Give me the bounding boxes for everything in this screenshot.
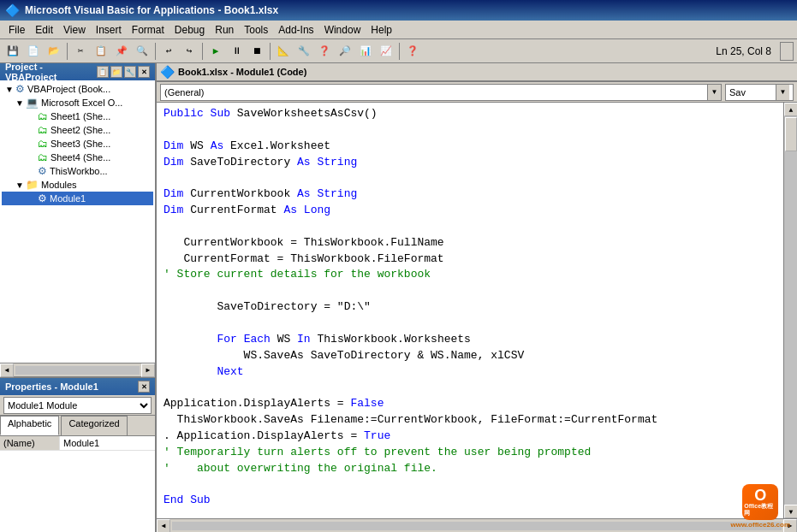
label-excel-objects: Microsoft Excel O... (41, 98, 122, 108)
code-scroll-left[interactable]: ◀ (157, 519, 170, 533)
label-sheet2: Sheet2 (She... (51, 125, 110, 135)
code-h-scrollbar[interactable]: ◀ ▶ (157, 518, 797, 532)
tree-scroll-track[interactable] (15, 366, 140, 375)
procedure-label: Sav (729, 87, 746, 98)
label-sheet1: Sheet1 (She... (51, 111, 110, 121)
menu-addins[interactable]: Add-Ins (273, 22, 318, 38)
toolbar-btn10[interactable]: 📈 (377, 42, 396, 61)
menu-view[interactable]: View (58, 22, 91, 38)
props-panel-buttons: ✕ (138, 381, 150, 393)
general-input[interactable] (161, 87, 707, 98)
code-editor[interactable]: Public Sub SaveWorksheetsAsCsv() Dim WS … (157, 103, 797, 518)
procedure-dropdown-arrow[interactable]: ▼ (776, 85, 789, 100)
icon-sheet4: 🗂 (38, 151, 48, 163)
sep2 (155, 43, 156, 60)
tree-item-sheet1[interactable]: 🗂 Sheet1 (She... (2, 109, 153, 123)
project-view-toggle[interactable]: 📋 (97, 66, 109, 78)
scroll-up-btn[interactable]: ▲ (784, 103, 797, 116)
toolbar-break[interactable]: ⏸ (227, 42, 246, 61)
toolbar-undo[interactable]: ↩ (159, 42, 178, 61)
toolbar-paste[interactable]: 📌 (112, 42, 131, 61)
sep5 (399, 43, 400, 60)
props-tab-categorized[interactable]: Categorized (61, 416, 127, 435)
props-table: (Name) Module1 (0, 436, 155, 532)
props-tab-alphabetic[interactable]: Alphabetic (0, 416, 59, 435)
office-logo: O Office教程网 www.office26.com (731, 484, 791, 529)
toolbar-save[interactable]: 💾 (3, 42, 22, 61)
scroll-thumb[interactable] (785, 117, 797, 151)
tree-item-sheet4[interactable]: 🗂 Sheet4 (She... (2, 151, 153, 164)
tree-item-vbaproject[interactable]: ▼ ⚙ VBAProject (Book... (2, 82, 153, 96)
toolbar-cut[interactable]: ✂ (71, 42, 90, 61)
cursor-position: Ln 25, Col 8 (716, 45, 778, 57)
menu-run[interactable]: Run (210, 22, 239, 38)
props-close-btn[interactable]: ✕ (138, 381, 150, 393)
tree-item-sheet2[interactable]: 🗂 Sheet2 (She... (2, 123, 153, 137)
menu-tools[interactable]: Tools (239, 22, 273, 38)
project-props-btn[interactable]: 🔧 (124, 66, 136, 78)
icon-sheet1: 🗂 (38, 110, 48, 122)
toolbar-help[interactable]: ❓ (315, 42, 334, 61)
tree-item-excel-objects[interactable]: ▼ 💻 Microsoft Excel O... (2, 96, 153, 109)
tree-scroll-left[interactable]: ◀ (0, 364, 14, 377)
sep1 (67, 43, 68, 60)
props-name-label: (Name) (0, 436, 60, 450)
tree-h-scrollbar[interactable]: ◀ ▶ (0, 363, 155, 376)
icon-module1: ⚙ (38, 192, 47, 204)
label-sheet4: Sheet4 (She... (51, 152, 110, 163)
menu-insert[interactable]: Insert (91, 22, 127, 38)
menu-help[interactable]: Help (366, 22, 397, 38)
app-icon: 🔷 (5, 3, 20, 17)
tree-item-module1[interactable]: ⚙ Module1 (2, 192, 153, 205)
sep3 (202, 43, 203, 60)
menu-debug[interactable]: Debug (170, 22, 210, 38)
toolbar-help2[interactable]: 🔎 (336, 42, 354, 61)
right-panel: 🔷 Book1.xlsx - Module1 (Code) ▼ Sav ▼ Pu… (157, 63, 797, 532)
scroll-track[interactable] (784, 116, 797, 505)
props-row-name: (Name) Module1 (0, 436, 155, 451)
toolbar-btn2[interactable]: 📄 (24, 42, 43, 61)
toolbar-props[interactable]: 🔧 (294, 42, 313, 61)
code-h-scroll-track[interactable] (172, 522, 782, 530)
icon-sheet2: 🗂 (38, 124, 48, 136)
code-vertical-scrollbar[interactable]: ▲ ▼ (783, 103, 797, 518)
menu-format[interactable]: Format (127, 22, 170, 38)
props-object-select[interactable]: Module1 Module (3, 397, 152, 414)
project-folder-toggle[interactable]: 📁 (110, 66, 122, 78)
toolbar-run[interactable]: ▶ (206, 42, 225, 61)
props-tabs: Alphabetic Categorized (0, 416, 155, 436)
props-value-field[interactable]: Module1 (60, 436, 155, 450)
icon-excel-objects: 💻 (26, 97, 39, 109)
toolbar-copy[interactable]: 📋 (92, 42, 110, 61)
project-tree: ▼ ⚙ VBAProject (Book... ▼ 💻 Microsoft Ex… (0, 80, 155, 363)
tree-item-sheet3[interactable]: 🗂 Sheet3 (She... (2, 137, 153, 151)
toolbar-design[interactable]: 📐 (274, 42, 293, 61)
project-panel-buttons: 📋 📁 🔧 ✕ (97, 66, 150, 78)
window-title: Microsoft Visual Basic for Applications … (25, 4, 278, 16)
tree-item-thisworkbook[interactable]: ⚙ ThisWorkbo... (2, 164, 153, 178)
general-dropdown[interactable]: ▼ (160, 84, 722, 101)
toolbar-btn9[interactable]: 📊 (356, 42, 375, 61)
toolbar-find[interactable]: 🔍 (133, 42, 152, 61)
toolbar-help-btn[interactable]: ❓ (403, 42, 422, 61)
icon-thisworkbook: ⚙ (38, 165, 47, 177)
project-close-btn[interactable]: ✕ (138, 66, 150, 78)
properties-panel: Properties - Module1 ✕ Module1 Module Al… (0, 378, 155, 532)
general-dropdown-arrow[interactable]: ▼ (707, 85, 721, 100)
code-module-bar: ▼ Sav ▼ (157, 82, 797, 103)
props-panel-title: Properties - Module1 (5, 381, 98, 392)
props-object-dropdown[interactable]: Module1 Module (0, 395, 155, 416)
procedure-dropdown[interactable]: Sav ▼ (725, 84, 794, 101)
tree-item-modules[interactable]: ▼ 📁 Modules (2, 178, 153, 192)
toolbar-btn3[interactable]: 📂 (45, 42, 63, 61)
code-content[interactable]: Public Sub SaveWorksheetsAsCsv() Dim WS … (157, 103, 783, 518)
toolbar-redo[interactable]: ↪ (180, 42, 199, 61)
menu-window[interactable]: Window (319, 22, 366, 38)
title-bar: 🔷 Microsoft Visual Basic for Application… (0, 0, 797, 21)
toolbar-stop[interactable]: ⏹ (247, 42, 266, 61)
menu-edit[interactable]: Edit (30, 22, 58, 38)
project-panel: Project - VBAProject 📋 📁 🔧 ✕ ▼ ⚙ VBAProj… (0, 63, 155, 378)
tree-scroll-right[interactable]: ▶ (141, 364, 155, 377)
toolbar-scrollbar[interactable] (780, 42, 794, 61)
menu-file[interactable]: File (3, 22, 30, 38)
